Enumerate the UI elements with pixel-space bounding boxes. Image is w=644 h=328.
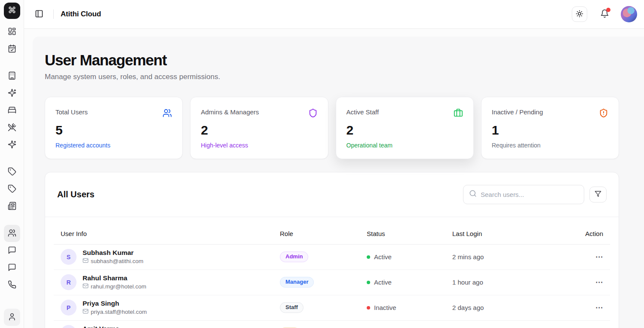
utensils-crossed-icon (8, 123, 16, 133)
sidebar-item-chat-2[interactable] (4, 259, 20, 276)
row-actions-button[interactable]: ⋯ (595, 279, 603, 286)
sidebar-item-profile[interactable] (4, 309, 20, 326)
app-title: Atithi Cloud (61, 10, 101, 18)
stat-label: Inactive / Pending (492, 108, 543, 116)
stat-value: 2 (201, 123, 317, 138)
panel-left-icon (35, 9, 43, 19)
table-header-row: User Info Role Status Last Login Action (54, 217, 610, 245)
status-label: Active (374, 253, 392, 261)
theme-toggle-button[interactable] (572, 6, 587, 22)
message-square-icon (8, 246, 16, 256)
tag-icon (8, 167, 16, 177)
sidebar-item-sparkles-2[interactable] (4, 136, 20, 153)
stat-sublabel: Requires attention (492, 142, 608, 149)
page-subtitle: Manage system users, roles, and access p… (45, 73, 619, 81)
last-login: 2 days ago (452, 304, 581, 311)
status-label: Inactive (374, 304, 396, 311)
user-avatar[interactable] (621, 6, 637, 22)
mail-icon (83, 257, 89, 265)
funnel-icon (595, 190, 601, 199)
content-area: User Management Manage system users, rol… (24, 29, 644, 328)
sidebar (0, 0, 24, 328)
table-row[interactable]: A Amit Verma (54, 321, 610, 328)
table-row[interactable]: S Subhash Kumar subhash@atithi.com Admin (54, 245, 610, 270)
users-panel-header: All Users (45, 172, 619, 217)
role-badge: Admin (280, 251, 308, 262)
briefcase-icon (454, 108, 463, 120)
row-actions-button[interactable]: ⋯ (595, 304, 603, 311)
command-logo-icon (8, 6, 16, 15)
column-header-role: Role (280, 230, 367, 237)
avatar: A (61, 325, 77, 328)
page-title: User Management (45, 52, 619, 69)
message-square-icon (8, 263, 16, 273)
stat-value: 2 (347, 123, 463, 138)
mail-icon (83, 308, 89, 316)
role-badge: Manager (280, 277, 314, 288)
building-icon (8, 71, 16, 81)
status-dot (367, 255, 370, 259)
top-header: Atithi Cloud (24, 0, 644, 29)
avatar: S (61, 249, 77, 265)
sidebar-item-news[interactable] (4, 198, 20, 215)
table-row[interactable]: R Rahul Sharma rahul.mgr@hotel.com Manag (54, 270, 610, 295)
user-name: Amit Verma (83, 325, 119, 328)
user-icon (8, 313, 16, 322)
user-name: Priya Singh (83, 300, 147, 307)
page-panel: User Management Manage system users, rol… (33, 37, 644, 328)
users-panel-title: All Users (57, 190, 95, 199)
sparkles-icon (8, 140, 16, 150)
shield-alert-icon (599, 108, 608, 120)
sidebar-item-chat-1[interactable] (4, 242, 20, 259)
layout-dashboard-icon (8, 27, 16, 37)
calendar-check-icon (8, 44, 16, 54)
tags-icon (8, 184, 16, 194)
sidebar-item-dashboard[interactable] (4, 23, 20, 40)
notifications-button[interactable] (599, 9, 610, 19)
sidebar-item-tag[interactable] (4, 163, 20, 181)
user-email: subhash@atithi.com (91, 258, 144, 264)
sidebar-item-calendar[interactable] (4, 40, 20, 58)
sidebar-item-building[interactable] (4, 67, 20, 85)
sidebar-toggle-button[interactable] (32, 7, 46, 21)
sidebar-item-dining[interactable] (4, 119, 20, 136)
user-email: rahul.mgr@hotel.com (91, 283, 146, 290)
stat-sublabel: Registered accounts (55, 142, 172, 149)
sidebar-item-sparkles-1[interactable] (4, 85, 20, 102)
stat-card-total-users: Total Users 5 Registered accounts (45, 97, 183, 159)
sidebar-item-bed[interactable] (4, 102, 20, 119)
stat-sublabel: High-level access (201, 142, 317, 149)
stat-label: Active Staff (347, 108, 379, 116)
bell-icon (600, 13, 609, 19)
sun-icon (576, 10, 583, 19)
avatar: R (61, 274, 77, 290)
stat-sublabel: Operational team (347, 142, 463, 149)
search-input[interactable] (481, 191, 578, 198)
column-header-user-info: User Info (61, 230, 280, 237)
row-actions-button[interactable]: ⋯ (595, 253, 603, 261)
users-icon (8, 229, 16, 239)
table-row[interactable]: P Priya Singh priya.staff@hotel.com Staf (54, 295, 610, 321)
column-header-status: Status (367, 230, 452, 237)
column-header-last-login: Last Login (452, 230, 581, 237)
user-name: Subhash Kumar (83, 249, 144, 257)
column-header-action: Action (581, 230, 603, 237)
stat-label: Total Users (55, 108, 88, 116)
stat-card-active-staff: Active Staff 2 Operational team (336, 97, 474, 159)
status-dot (367, 306, 370, 310)
app-root: Atithi Cloud User Management Manage syst… (0, 0, 644, 328)
users-table: User Info Role Status Last Login Action … (54, 217, 610, 328)
users-panel-actions (463, 185, 607, 204)
sidebar-item-users[interactable] (4, 225, 20, 242)
app-logo[interactable] (4, 3, 20, 19)
last-login: 1 hour ago (452, 279, 581, 286)
stats-row: Total Users 5 Registered accounts Admins… (45, 97, 619, 159)
sparkles-icon (8, 89, 16, 98)
filter-button[interactable] (589, 187, 607, 202)
search-box[interactable] (463, 185, 584, 204)
sidebar-item-tags[interactable] (4, 181, 20, 198)
sidebar-item-phone[interactable] (4, 276, 20, 294)
user-name: Rahul Sharma (83, 274, 146, 282)
stat-card-admins-managers: Admins & Managers 2 High-level access (190, 97, 328, 159)
sidebar-nav (0, 23, 24, 326)
